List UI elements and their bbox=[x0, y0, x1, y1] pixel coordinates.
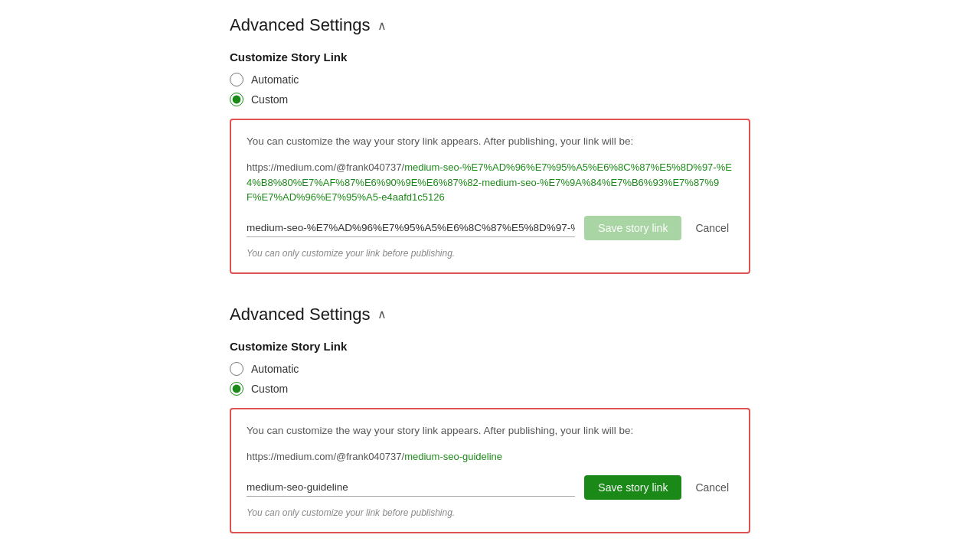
section-1: Advanced Settings ∧ Customize Story Link… bbox=[230, 0, 750, 289]
story-url-1: https://medium.com/@frank040737/medium-s… bbox=[247, 160, 733, 205]
hint-text-2: You can only customize your link before … bbox=[247, 507, 733, 518]
hint-text-1: You can only customize your link before … bbox=[247, 248, 733, 259]
radio-group-1: Automatic Custom bbox=[230, 73, 750, 106]
section-1-title: Advanced Settings ∧ bbox=[230, 15, 750, 35]
automatic-option-2[interactable]: Automatic bbox=[230, 362, 750, 376]
save-story-link-button-1[interactable]: Save story link bbox=[584, 216, 681, 240]
automatic-radio-2[interactable] bbox=[230, 362, 243, 376]
chevron-up-icon-1[interactable]: ∧ bbox=[377, 18, 387, 33]
custom-option-2[interactable]: Custom bbox=[230, 382, 750, 396]
automatic-label-1: Automatic bbox=[251, 73, 299, 86]
input-row-2: Save story link Cancel bbox=[247, 475, 733, 500]
section-2: Advanced Settings ∧ Customize Story Link… bbox=[230, 289, 750, 549]
customize-story-link-label-1: Customize Story Link bbox=[230, 51, 750, 64]
customize-description-2: You can customize the way your story lin… bbox=[247, 423, 733, 439]
cancel-button-1[interactable]: Cancel bbox=[691, 219, 733, 237]
automatic-option-1[interactable]: Automatic bbox=[230, 73, 750, 86]
automatic-radio-1[interactable] bbox=[230, 73, 243, 86]
chevron-up-icon-2[interactable]: ∧ bbox=[377, 307, 387, 321]
custom-radio-1[interactable] bbox=[230, 93, 243, 106]
customize-story-link-label-2: Customize Story Link bbox=[230, 340, 750, 353]
custom-label-1: Custom bbox=[251, 93, 288, 106]
section-2-title-text: Advanced Settings bbox=[230, 305, 370, 324]
save-story-link-button-2[interactable]: Save story link bbox=[584, 475, 681, 500]
automatic-label-2: Automatic bbox=[251, 363, 299, 375]
cancel-button-2[interactable]: Cancel bbox=[691, 478, 733, 497]
section-1-title-text: Advanced Settings bbox=[230, 15, 370, 35]
customize-box-1: You can customize the way your story lin… bbox=[230, 119, 750, 274]
customize-box-2: You can customize the way your story lin… bbox=[230, 408, 750, 533]
url-base-2: https://medium.com/@frank040737/ bbox=[247, 451, 404, 462]
custom-label-2: Custom bbox=[251, 383, 288, 395]
custom-option-1[interactable]: Custom bbox=[230, 93, 750, 106]
section-2-title: Advanced Settings ∧ bbox=[230, 305, 750, 324]
slug-input-2[interactable] bbox=[247, 478, 575, 497]
url-base-1: https://medium.com/@frank040737/ bbox=[247, 161, 404, 173]
url-slug-2: medium-seo-guideline bbox=[404, 451, 502, 462]
customize-description-1: You can customize the way your story lin… bbox=[247, 134, 733, 149]
story-url-2: https://medium.com/@frank040737/medium-s… bbox=[247, 449, 733, 465]
footer: Copyright © Frank Chiu All rights reserv… bbox=[15, 549, 965, 552]
custom-radio-2[interactable] bbox=[230, 382, 243, 396]
radio-group-2: Automatic Custom bbox=[230, 362, 750, 396]
slug-input-1[interactable] bbox=[247, 219, 575, 237]
input-row-1: Save story link Cancel bbox=[247, 216, 733, 240]
